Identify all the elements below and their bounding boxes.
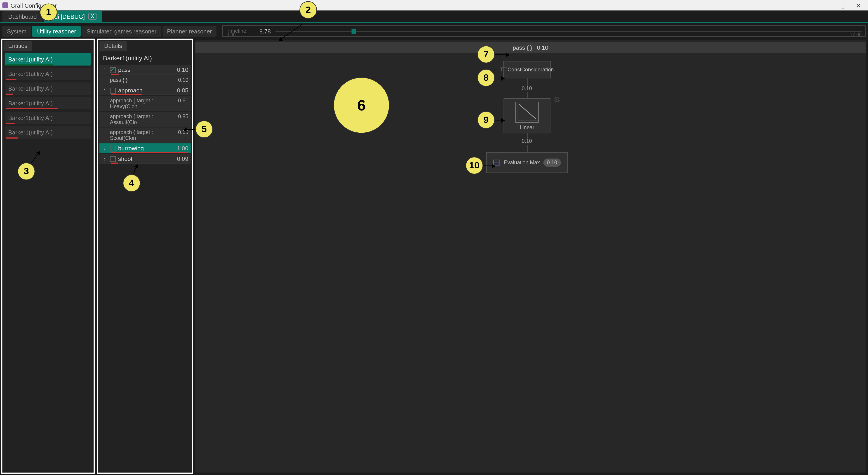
timeline-max: 77.00 bbox=[850, 32, 862, 37]
details-entity-title: Barker1(utility AI) bbox=[98, 51, 192, 65]
behavior-instance-row[interactable]: approach { target : Scout(Clon0.65 bbox=[99, 127, 191, 142]
behavior-instance-value: 0.61 bbox=[178, 98, 188, 109]
annotation-arrow bbox=[495, 120, 504, 121]
behavior-checkbox[interactable] bbox=[110, 156, 116, 162]
behavior-row[interactable]: ˅approach0.85 bbox=[99, 86, 191, 95]
reasoner-tabs-row: System Utility reasoner Simulated games … bbox=[0, 25, 868, 37]
behavior-instance-name: approach { target : Heavy(Clon bbox=[110, 98, 178, 109]
window-close-button[interactable]: ✕ bbox=[850, 2, 866, 8]
behavior-name: pass bbox=[118, 67, 177, 73]
behavior-row[interactable]: ˅pass0.10 bbox=[99, 65, 191, 75]
tab-dashboard-label: Dashboard bbox=[8, 13, 37, 20]
annotation-callout: 2 bbox=[300, 1, 317, 19]
behavior-instance-name: approach { target : Assault(Clo bbox=[110, 114, 178, 125]
node-evaluation-max-value: 0.10 bbox=[544, 158, 561, 166]
gear-icon[interactable]: ⚙ bbox=[553, 95, 560, 104]
annotation-arrow bbox=[495, 55, 509, 55]
annotation-callout: 6 bbox=[333, 77, 390, 133]
app-icon bbox=[2, 2, 8, 8]
edge-value: 0.10 bbox=[522, 86, 532, 91]
tree-header: pass { } 0.10 bbox=[195, 42, 866, 53]
tab-utility-reasoner[interactable]: Utility reasoner bbox=[32, 26, 81, 37]
timeline-thumb[interactable] bbox=[352, 29, 356, 34]
behavior-instance-row[interactable]: pass { }0.10 bbox=[99, 75, 191, 85]
chevron-down-icon[interactable]: ˅ bbox=[102, 88, 107, 93]
entity-item[interactable]: Barker1(utility AI) bbox=[5, 53, 91, 66]
tab-planner-reasoner[interactable]: Planner reasoner bbox=[162, 26, 216, 37]
tab-simulated-games-reasoner[interactable]: Simulated games reasoner bbox=[82, 26, 161, 37]
chevron-right-icon[interactable]: › bbox=[102, 145, 107, 151]
details-panel-tab[interactable]: Details bbox=[99, 41, 127, 51]
node-const-consideration-label: TT.ConstConsideration bbox=[500, 67, 554, 72]
timeline-track[interactable] bbox=[276, 31, 862, 31]
node-linear-curve[interactable]: ⚙ Linear bbox=[504, 98, 551, 133]
annotation-callout: 5 bbox=[195, 121, 213, 138]
window-minimize-button[interactable]: — bbox=[820, 2, 835, 8]
timeline-value: 9.78 bbox=[259, 28, 271, 34]
behavior-checkbox[interactable] bbox=[110, 88, 116, 93]
entity-item[interactable]: Barker1(utility AI) bbox=[5, 112, 91, 124]
edge-value: 0.10 bbox=[522, 138, 532, 144]
annotation-callout: 9 bbox=[477, 111, 495, 129]
behavior-name: approach bbox=[118, 87, 177, 94]
behavior-checkbox[interactable] bbox=[110, 67, 116, 73]
entity-item[interactable]: Barker1(utility AI) bbox=[5, 97, 91, 109]
tree-header-value: 0.10 bbox=[537, 44, 548, 51]
details-panel: Details Barker1(utility AI) ˅pass0.10pas… bbox=[97, 39, 193, 474]
behavior-value: 0.10 bbox=[177, 67, 188, 73]
annotation-callout: 8 bbox=[477, 69, 495, 87]
tree-edge bbox=[527, 145, 528, 152]
file-tabs: Dashboard .gdi [DEBUG] X bbox=[0, 11, 868, 23]
behavior-tree-canvas[interactable]: pass { } 0.10 TT.ConstConsideration 0.10… bbox=[195, 40, 866, 473]
behavior-instance-name: pass { } bbox=[110, 77, 128, 83]
tab-dashboard[interactable]: Dashboard bbox=[2, 11, 42, 22]
behavior-checkbox[interactable] bbox=[110, 145, 116, 151]
annotation-callout: 7 bbox=[477, 45, 495, 63]
node-evaluation-max[interactable]: Evaluation Max 0.10 bbox=[486, 152, 568, 173]
chevron-right-icon[interactable]: › bbox=[102, 156, 107, 162]
window-titlebar: Grail Configurator — ▢ ✕ bbox=[0, 0, 868, 11]
entity-item[interactable]: Barker1(utility AI) bbox=[5, 126, 91, 138]
timeline-slider[interactable]: Timeline: 9.78 0.00 77.00 bbox=[222, 25, 866, 37]
entity-item[interactable]: Barker1(utility AI) bbox=[5, 83, 91, 95]
tree-edge bbox=[527, 92, 528, 98]
behavior-instance-name: approach { target : Scout(Clon bbox=[110, 129, 178, 141]
behavior-instance-row[interactable]: approach { target : Assault(Clo0.85 bbox=[99, 112, 191, 127]
timeline-min: 0.00 bbox=[226, 32, 236, 37]
entities-panel-tab[interactable]: Entities bbox=[4, 41, 32, 51]
annotation-arrow bbox=[184, 129, 196, 130]
curve-preview bbox=[515, 101, 539, 123]
node-linear-curve-label: Linear bbox=[520, 124, 534, 130]
behavior-instance-value: 0.10 bbox=[178, 77, 188, 83]
annotation-arrow bbox=[483, 165, 495, 166]
annotation-callout: 3 bbox=[18, 163, 35, 180]
chevron-down-icon[interactable]: ˅ bbox=[102, 67, 107, 73]
behavior-row[interactable]: ›shoot0.09 bbox=[99, 154, 191, 164]
annotation-arrow bbox=[495, 78, 504, 78]
entities-panel: Entities Barker1(utility AI)Barker1(util… bbox=[1, 39, 95, 474]
node-evaluation-max-label: Evaluation Max bbox=[504, 160, 540, 166]
tab-system[interactable]: System bbox=[2, 26, 31, 37]
annotation-callout: 4 bbox=[123, 174, 141, 192]
behavior-row[interactable]: ›burrowing1.00 bbox=[99, 143, 191, 153]
tab-close-button[interactable]: X bbox=[88, 13, 96, 20]
entity-item[interactable]: Barker1(utility AI) bbox=[5, 68, 91, 80]
annotation-callout: 10 bbox=[466, 157, 483, 175]
behavior-value: 1.00 bbox=[177, 145, 188, 151]
node-const-consideration[interactable]: TT.ConstConsideration bbox=[503, 61, 551, 78]
behavior-instance-row[interactable]: approach { target : Heavy(Clon0.61 bbox=[99, 96, 191, 111]
behavior-name: shoot bbox=[118, 156, 177, 162]
annotation-callout: 1 bbox=[40, 4, 57, 21]
behavior-value: 0.09 bbox=[177, 156, 188, 162]
behavior-instance-value: 0.85 bbox=[178, 114, 188, 125]
tree-header-name: pass { } bbox=[513, 44, 532, 51]
behavior-name: burrowing bbox=[118, 145, 177, 151]
behavior-value: 0.85 bbox=[177, 87, 188, 94]
window-maximize-button[interactable]: ▢ bbox=[835, 2, 850, 8]
